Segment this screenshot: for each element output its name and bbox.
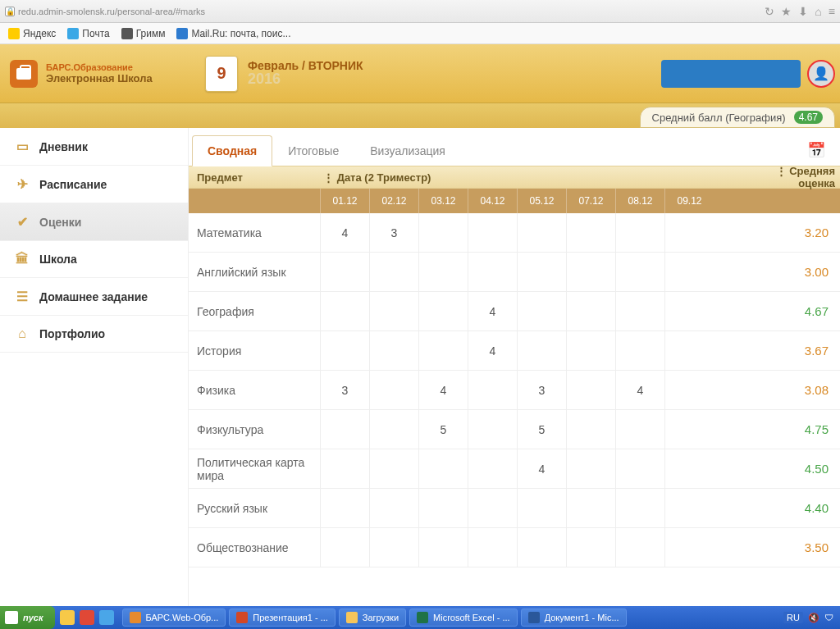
avatar[interactable]: 👤	[807, 60, 835, 88]
grade-cell[interactable]: 4	[320, 213, 369, 252]
grade-cell[interactable]	[369, 331, 418, 370]
grade-cell[interactable]: 5	[418, 410, 468, 449]
date-block[interactable]: 9 Февраль / ВТОРНИК 2016	[189, 44, 363, 103]
grade-cell[interactable]	[468, 528, 517, 567]
grade-cell[interactable]	[664, 410, 714, 449]
start-button[interactable]: пуск	[0, 606, 55, 629]
grade-cell[interactable]	[369, 371, 418, 409]
taskbar-task[interactable]: БАРС.Web-Обр...	[122, 608, 226, 627]
taskbar-task[interactable]: Загрузки	[339, 608, 406, 627]
grade-cell[interactable]	[320, 253, 369, 291]
reload-icon[interactable]: ↻	[765, 5, 774, 18]
grade-cell[interactable]	[418, 528, 468, 567]
grade-cell[interactable]	[369, 292, 418, 330]
sidebar-item-Расписание[interactable]: ✈Расписание	[0, 166, 188, 203]
grade-cell[interactable]: 4	[615, 371, 664, 409]
bookmark-grimm[interactable]: Гримм	[121, 28, 166, 39]
ql-icon-2[interactable]	[80, 610, 94, 625]
grade-cell[interactable]	[566, 371, 615, 409]
ql-icon-1[interactable]	[60, 610, 75, 625]
grade-cell[interactable]	[517, 528, 566, 567]
language-indicator[interactable]: RU	[783, 612, 803, 623]
logo-block[interactable]: БАРС.Образование Электронная Школа	[0, 44, 189, 103]
grade-cell[interactable]	[517, 489, 566, 527]
grade-cell[interactable]	[664, 489, 714, 527]
star-icon[interactable]: ★	[781, 5, 792, 18]
grade-cell[interactable]	[320, 331, 369, 370]
grade-cell[interactable]	[566, 489, 615, 527]
date-col[interactable]: 08.12	[615, 189, 664, 213]
tab-Сводная[interactable]: Сводная	[192, 135, 272, 166]
grade-cell[interactable]: 4	[468, 292, 517, 330]
tab-Визуализация[interactable]: Визуализация	[354, 135, 461, 166]
sidebar-item-Домашнее задание[interactable]: ☰Домашнее задание	[0, 278, 188, 316]
grade-cell[interactable]	[320, 489, 369, 527]
grade-cell[interactable]	[566, 449, 615, 488]
taskbar-task[interactable]: Документ1 - Mic...	[521, 608, 627, 627]
grade-cell[interactable]	[615, 213, 664, 252]
grade-cell[interactable]	[369, 253, 418, 291]
grade-cell[interactable]	[418, 292, 468, 330]
grade-cell[interactable]	[418, 213, 468, 252]
grade-cell[interactable]	[517, 292, 566, 330]
sidebar-item-Оценки[interactable]: ✔Оценки	[0, 203, 188, 241]
sidebar-item-Школа[interactable]: 🏛Школа	[0, 241, 188, 278]
bookmark-yandex[interactable]: Яндекс	[8, 28, 56, 39]
grade-cell[interactable]	[369, 449, 418, 488]
date-col[interactable]: 04.12	[468, 189, 517, 213]
grade-cell[interactable]	[369, 489, 418, 527]
grade-cell[interactable]	[320, 410, 369, 449]
grade-cell[interactable]	[320, 528, 369, 567]
grade-cell[interactable]	[566, 213, 615, 252]
grade-cell[interactable]	[566, 253, 615, 291]
grade-cell[interactable]	[664, 213, 714, 252]
sidebar-item-Портфолио[interactable]: ⌂Портфолио	[0, 316, 188, 353]
tray-icon[interactable]: 🔇	[808, 613, 819, 623]
grade-cell[interactable]	[418, 489, 468, 527]
grade-cell[interactable]	[320, 449, 369, 488]
grade-cell[interactable]	[468, 449, 517, 488]
grade-cell[interactable]	[664, 253, 714, 291]
grade-cell[interactable]	[517, 253, 566, 291]
grade-cell[interactable]	[615, 410, 664, 449]
date-col[interactable]: 07.12	[566, 189, 615, 213]
grade-cell[interactable]	[664, 528, 714, 567]
grade-cell[interactable]	[615, 489, 664, 527]
grade-cell[interactable]	[566, 410, 615, 449]
grade-cell[interactable]	[468, 489, 517, 527]
grade-cell[interactable]	[664, 292, 714, 330]
grade-cell[interactable]	[615, 253, 664, 291]
date-col[interactable]: 02.12	[369, 189, 418, 213]
date-col[interactable]: 09.12	[664, 189, 714, 213]
tray-icon[interactable]: 🛡	[824, 613, 833, 622]
grade-cell[interactable]	[566, 528, 615, 567]
grade-cell[interactable]	[468, 213, 517, 252]
grade-cell[interactable]	[418, 449, 468, 488]
bookmark-mail[interactable]: Почта	[67, 28, 109, 39]
grade-cell[interactable]	[664, 449, 714, 488]
grade-cell[interactable]	[566, 292, 615, 330]
tab-Итоговые[interactable]: Итоговые	[272, 135, 354, 166]
grade-cell[interactable]: 3	[517, 371, 566, 409]
grade-cell[interactable]	[369, 410, 418, 449]
grade-cell[interactable]: 5	[517, 410, 566, 449]
bookmark-mailru[interactable]: Mail.Ru: почта, поис...	[176, 28, 290, 39]
date-col[interactable]: 05.12	[517, 189, 566, 213]
grade-cell[interactable]: 3	[320, 371, 369, 409]
average-score-tab[interactable]: Средний балл (География) 4.67	[640, 107, 835, 128]
grade-cell[interactable]: 4	[468, 331, 517, 370]
grade-cell[interactable]	[566, 331, 615, 370]
grade-cell[interactable]	[369, 528, 418, 567]
ql-icon-3[interactable]	[99, 610, 114, 625]
taskbar-task[interactable]: Microsoft Excel - ...	[409, 608, 518, 627]
grade-cell[interactable]: 4	[517, 449, 566, 488]
grade-cell[interactable]	[468, 253, 517, 291]
home-icon[interactable]: ⌂	[815, 5, 821, 18]
menu-icon[interactable]: ≡	[829, 5, 835, 18]
grade-cell[interactable]: 4	[418, 371, 468, 409]
grade-cell[interactable]	[615, 449, 664, 488]
grade-cell[interactable]	[418, 253, 468, 291]
grade-cell[interactable]	[664, 331, 714, 370]
grade-cell[interactable]	[664, 371, 714, 409]
download-icon[interactable]: ⬇	[798, 5, 808, 18]
